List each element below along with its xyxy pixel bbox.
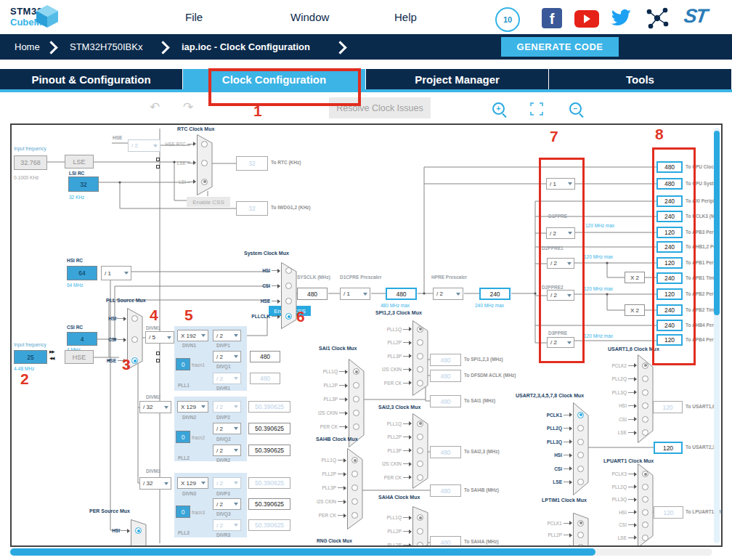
mux-radio-csi[interactable] bbox=[577, 466, 584, 472]
divn2-dropdown[interactable]: X 129 bbox=[177, 401, 208, 413]
mux-radio-hse[interactable] bbox=[285, 298, 292, 304]
divq2-dropdown[interactable]: / 2 bbox=[213, 423, 241, 434]
mux-radio-pclk2[interactable] bbox=[642, 362, 648, 369]
mux-radio-pll1q[interactable] bbox=[417, 326, 423, 333]
menu-help[interactable]: Help bbox=[394, 11, 417, 23]
drag-handle[interactable] bbox=[156, 352, 160, 355]
mux-radio-per-ck[interactable] bbox=[353, 423, 359, 430]
generate-code-button[interactable]: GENERATE CODE bbox=[501, 37, 619, 57]
mux-radio-hse[interactable] bbox=[131, 357, 138, 364]
mux-radio-pll2p[interactable] bbox=[353, 382, 359, 389]
menu-window[interactable]: Window bbox=[290, 11, 329, 23]
mux-radio-per-ck[interactable] bbox=[351, 512, 358, 519]
mux-radio-pclk1[interactable] bbox=[577, 412, 584, 418]
mux-radio-pll2p[interactable] bbox=[417, 528, 423, 535]
mux-title: SPI1,2,3 Clock Mux bbox=[375, 310, 422, 315]
mux-radio-pll3p[interactable] bbox=[417, 447, 423, 454]
drag-handle[interactable] bbox=[156, 359, 160, 362]
divr3-dropdown[interactable]: / 2 bbox=[213, 519, 241, 531]
mux-title: RTC Clock Mux bbox=[177, 126, 214, 131]
divp1-dropdown[interactable]: / 2 bbox=[213, 330, 241, 341]
mux-radio-hsi[interactable] bbox=[135, 527, 142, 534]
rtc-enable-css-button[interactable]: Enable CSS bbox=[187, 197, 230, 207]
fit-to-screen-icon[interactable] bbox=[530, 102, 543, 115]
fracn3-field[interactable]: 0 bbox=[176, 506, 190, 518]
mux-radio-pll3p[interactable] bbox=[353, 396, 359, 402]
zoom-in-icon[interactable]: + bbox=[492, 102, 505, 115]
mux-radio-pll2p[interactable] bbox=[351, 471, 358, 477]
fracn1-field[interactable]: 0 bbox=[176, 358, 190, 370]
mux-radio-i2s-ckin[interactable] bbox=[353, 410, 359, 416]
youtube-icon[interactable] bbox=[574, 10, 599, 28]
lse-oscillator-box: LSE bbox=[65, 155, 94, 169]
mux-radio-hsi[interactable] bbox=[642, 509, 648, 516]
divr1-dropdown[interactable]: / 2 bbox=[213, 373, 241, 384]
redo-icon[interactable]: ↷ bbox=[183, 100, 193, 115]
mux-radio-pll3q[interactable] bbox=[642, 389, 648, 396]
mux-input-label: PLL2P bbox=[387, 434, 402, 439]
divm1-dropdown[interactable]: / 5 bbox=[145, 331, 174, 344]
horizontal-scrollbar-thumb[interactable] bbox=[10, 548, 595, 556]
breadcrumb-mcu[interactable]: STM32H750IBKx bbox=[70, 41, 142, 52]
hsi-divider-dropdown[interactable]: / 1 bbox=[101, 266, 131, 280]
mux-radio-lse[interactable] bbox=[201, 160, 208, 166]
mux-radio-lse[interactable] bbox=[642, 535, 648, 541]
divp2-dropdown[interactable]: / 2 bbox=[213, 401, 241, 413]
divp3-dropdown[interactable]: / 2 bbox=[213, 477, 241, 489]
sai4b-clock-mux: SAI4B Clock Mux PLL1QPLL2PPLL3PI2S CKINP… bbox=[303, 453, 355, 522]
mux-radio-hsi[interactable] bbox=[285, 267, 292, 274]
mux-radio-csi[interactable] bbox=[131, 336, 138, 343]
mux-radio-per-ck[interactable] bbox=[417, 474, 423, 481]
mux-input-label: PLL1Q bbox=[387, 327, 402, 332]
mux-radio-pclk1[interactable] bbox=[577, 520, 584, 527]
twitter-icon[interactable] bbox=[610, 9, 632, 28]
divr2-dropdown[interactable]: / 2 bbox=[213, 445, 241, 456]
d1cpre-dropdown[interactable]: / 1 bbox=[340, 288, 370, 300]
divm2-dropdown[interactable]: / 32 bbox=[139, 401, 171, 413]
divm3-dropdown[interactable]: / 32 bbox=[139, 477, 171, 490]
mux-radio-hse-rtc[interactable] bbox=[201, 141, 208, 147]
annotation-7: 7 bbox=[550, 128, 558, 145]
mux-radio-i2s-ckin[interactable] bbox=[351, 498, 358, 505]
mux-radio-lsi[interactable] bbox=[201, 179, 208, 185]
undo-icon[interactable]: ↶ bbox=[150, 100, 160, 115]
arrow-right-icon bbox=[272, 301, 280, 301]
mux-radio-pll1q[interactable] bbox=[353, 368, 359, 375]
divn1-dropdown[interactable]: X 192 bbox=[177, 330, 208, 341]
mux-radio-pll1q[interactable] bbox=[417, 421, 423, 427]
arrow-right-icon bbox=[403, 477, 411, 478]
mux-radio-pll3p[interactable] bbox=[351, 484, 358, 491]
breadcrumb-file[interactable]: iap.ioc - Clock Configuration bbox=[182, 41, 310, 52]
mux-radio-per-ck[interactable] bbox=[417, 380, 423, 386]
mux-radio-csi[interactable] bbox=[642, 416, 648, 423]
zoom-out-icon[interactable]: − bbox=[569, 102, 582, 115]
tab-project-manager[interactable]: Project Manager bbox=[366, 69, 549, 89]
mux-radio-pll3q[interactable] bbox=[577, 439, 584, 445]
lse-input-frequency-field[interactable]: 32.768 bbox=[14, 155, 47, 170]
tab-tools[interactable]: Tools bbox=[549, 69, 732, 89]
hse-input-frequency-field[interactable]: 25 bbox=[14, 350, 47, 364]
vertical-scrollbar-thumb[interactable] bbox=[714, 131, 720, 315]
menu-file[interactable]: File bbox=[185, 11, 203, 23]
mux-radio-csi[interactable] bbox=[285, 283, 292, 289]
mux-radio-pll1q[interactable] bbox=[351, 457, 358, 463]
community-network-icon[interactable] bbox=[646, 7, 669, 30]
mux-radio-hsi[interactable] bbox=[131, 315, 138, 322]
mux-radio-pll3r[interactable] bbox=[577, 544, 584, 547]
to-sai4a-label: To SAI4A (MHz) bbox=[464, 539, 499, 544]
mux-input-label: PLL2Q bbox=[612, 484, 627, 490]
anniversary-badge-icon: 10 bbox=[495, 7, 520, 32]
divq1-dropdown[interactable]: / 2 bbox=[213, 351, 241, 362]
hpre-dropdown[interactable]: / 2 bbox=[433, 288, 463, 300]
mux-radio-pll1q[interactable] bbox=[417, 514, 423, 521]
mux-radio-pll3p[interactable] bbox=[417, 542, 423, 547]
mux-radio-pll3p[interactable] bbox=[417, 353, 423, 360]
fracn2-field[interactable]: 0 bbox=[176, 431, 190, 443]
divq3-dropdown[interactable]: / 2 bbox=[213, 498, 241, 510]
facebook-icon[interactable]: f bbox=[542, 8, 562, 28]
tab-pinout-configuration[interactable]: Pinout & Configuration bbox=[0, 69, 183, 89]
breadcrumb-home[interactable]: Home bbox=[15, 41, 40, 52]
mux-radio-pllclk[interactable] bbox=[285, 313, 292, 320]
mux-radio-pll2q[interactable] bbox=[642, 484, 648, 490]
divn3-dropdown[interactable]: X 129 bbox=[177, 477, 208, 489]
